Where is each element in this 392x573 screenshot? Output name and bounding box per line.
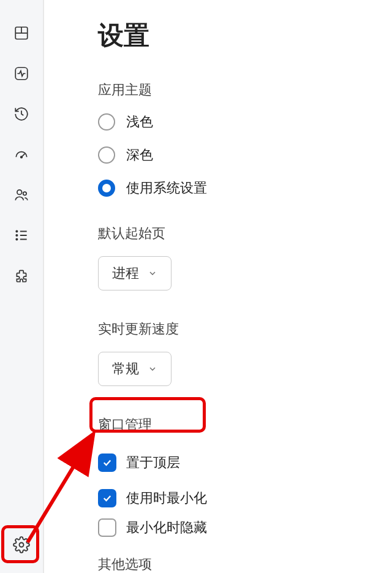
section-other-label: 其他选项 (98, 555, 392, 573)
radio-icon (98, 146, 115, 164)
radio-icon (98, 113, 115, 131)
dropdown-value: 进程 (112, 264, 139, 283)
check-minimize-on-use[interactable]: 使用时最小化 (98, 489, 392, 507)
gear-icon (13, 536, 30, 553)
svg-point-9 (16, 235, 17, 236)
check-always-on-top[interactable]: 置于顶层 (98, 447, 392, 478)
chevron-down-icon (148, 364, 157, 374)
sidebar (0, 0, 44, 573)
checkbox-icon (98, 489, 116, 507)
section-theme-label: 应用主题 (98, 81, 392, 99)
users-icon (13, 187, 29, 203)
sidebar-item-history[interactable] (7, 99, 36, 129)
startpage-dropdown[interactable]: 进程 (98, 256, 172, 290)
puzzle-icon (13, 268, 29, 284)
sidebar-item-processes[interactable] (7, 18, 36, 48)
radio-label: 浅色 (126, 113, 153, 131)
sidebar-item-users[interactable] (7, 180, 36, 210)
checkbox-icon (98, 453, 116, 472)
history-icon (13, 106, 29, 122)
list-icon (13, 227, 29, 243)
svg-point-8 (16, 230, 17, 232)
page-title: 设置 (98, 18, 392, 53)
svg-point-6 (17, 190, 22, 195)
updatespeed-dropdown[interactable]: 常规 (98, 352, 172, 386)
settings-panel: 设置 应用主题 浅色 深色 使用系统设置 默认起始页 进程 实时更新速度 常规 … (45, 0, 392, 573)
section-updatespeed-label: 实时更新速度 (98, 320, 392, 338)
sidebar-item-services[interactable] (7, 261, 36, 290)
radio-icon (98, 180, 115, 197)
sidebar-item-performance[interactable] (7, 59, 36, 88)
section-startpage-label: 默认起始页 (98, 224, 392, 243)
gauge-icon (13, 146, 29, 162)
svg-point-7 (23, 192, 26, 195)
sidebar-item-startup[interactable] (7, 140, 36, 169)
svg-point-5 (21, 156, 23, 158)
checkmark-icon (102, 493, 113, 504)
check-label: 最小化时隐藏 (126, 518, 207, 537)
radio-theme-dark[interactable]: 深色 (98, 146, 392, 164)
check-hide-when-minimized[interactable]: 最小化时隐藏 (98, 518, 392, 537)
radio-theme-system[interactable]: 使用系统设置 (98, 179, 392, 197)
check-label: 使用时最小化 (126, 489, 207, 507)
svg-point-10 (16, 238, 17, 240)
pulse-icon (13, 66, 29, 82)
chevron-down-icon (148, 268, 157, 278)
windowmgmt-group: 置于顶层 使用时最小化 最小化时隐藏 (98, 447, 392, 537)
radio-theme-light[interactable]: 浅色 (98, 113, 392, 131)
svg-point-14 (20, 543, 24, 547)
check-label: 置于顶层 (126, 453, 180, 472)
checkbox-icon (98, 518, 116, 537)
radio-label: 深色 (126, 146, 153, 164)
sidebar-item-details[interactable] (7, 221, 36, 250)
sidebar-item-settings[interactable] (7, 530, 36, 560)
checkmark-icon (102, 457, 113, 468)
theme-radio-group: 浅色 深色 使用系统设置 (98, 113, 392, 197)
radio-label: 使用系统设置 (126, 179, 207, 197)
section-windowmgmt-label: 窗口管理 (98, 416, 392, 434)
grid-icon (13, 25, 29, 41)
dropdown-value: 常规 (112, 360, 139, 378)
